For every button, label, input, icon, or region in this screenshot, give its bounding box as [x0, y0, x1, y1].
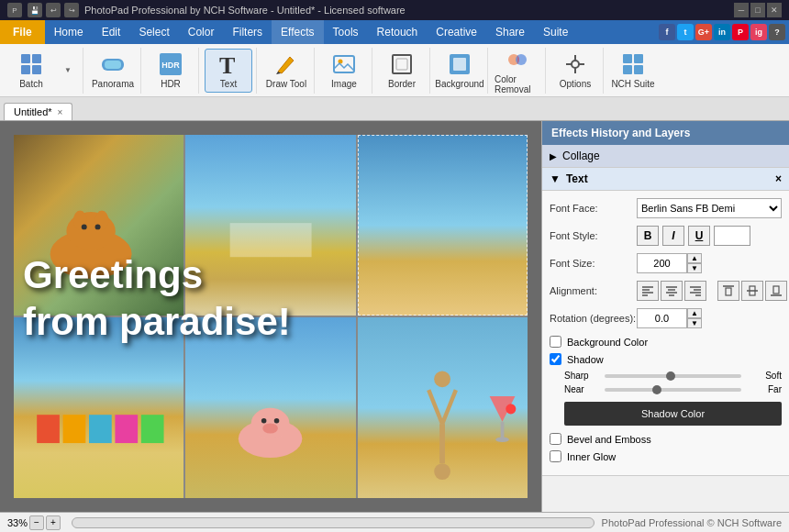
- facebook-icon[interactable]: f: [659, 24, 675, 40]
- effects-menu[interactable]: Effects: [272, 20, 323, 44]
- inner-glow-checkbox[interactable]: [550, 450, 561, 462]
- canvas-area[interactable]: Greetings from paradise!: [0, 121, 541, 512]
- svg-rect-1: [32, 54, 41, 63]
- zoom-in-button[interactable]: +: [46, 515, 61, 530]
- collage-arrow-icon: ▶: [550, 151, 557, 161]
- shadow-color-button[interactable]: Shadow Color: [564, 402, 782, 426]
- options-button[interactable]: Options: [551, 49, 599, 93]
- bevel-row: Bevel and Emboss: [550, 433, 782, 445]
- underline-button[interactable]: U: [688, 226, 710, 246]
- svg-rect-11: [393, 55, 411, 73]
- batch-dropdown[interactable]: ▼: [57, 66, 79, 74]
- redo-icon[interactable]: ↪: [64, 3, 79, 17]
- text-button[interactable]: T Text: [205, 49, 252, 93]
- align-right-button[interactable]: [684, 281, 706, 301]
- font-style-label: Font Style:: [550, 230, 637, 241]
- draw-tool-button[interactable]: Draw Tool: [262, 49, 310, 93]
- shadow-checkbox[interactable]: [550, 353, 561, 365]
- font-size-up[interactable]: ▲: [687, 253, 702, 263]
- panorama-button[interactable]: Panorama: [89, 49, 137, 93]
- sharp-slider-thumb[interactable]: [666, 371, 675, 381]
- nch-suite-button[interactable]: NCH Suite: [609, 49, 657, 93]
- align-left-button[interactable]: [637, 281, 659, 301]
- font-style-row: Font Style: B I U: [550, 226, 782, 246]
- background-label: Background: [435, 79, 483, 89]
- zoom-level: 33%: [7, 517, 28, 528]
- home-menu[interactable]: Home: [45, 20, 93, 44]
- text-icon: T: [216, 51, 241, 77]
- tools-menu[interactable]: Tools: [324, 20, 368, 44]
- color-menu[interactable]: Color: [179, 20, 224, 44]
- image-button[interactable]: Image: [320, 49, 368, 93]
- italic-button[interactable]: I: [662, 226, 684, 246]
- font-size-input[interactable]: 200 ▲ ▼: [637, 253, 702, 273]
- soft-label: Soft: [745, 371, 782, 381]
- rotation-input[interactable]: 0.0 ▲ ▼: [637, 308, 702, 328]
- batch-button[interactable]: Batch: [7, 49, 55, 93]
- edit-menu[interactable]: Edit: [93, 20, 130, 44]
- more-icon[interactable]: ?: [769, 24, 785, 40]
- font-face-select[interactable]: Berlin Sans FB Demi: [637, 198, 782, 218]
- hdr-button[interactable]: HDR HDR: [147, 49, 194, 93]
- bg-color-checkbox[interactable]: [550, 336, 561, 348]
- bold-button[interactable]: B: [637, 226, 659, 246]
- color-removal-button[interactable]: Color Removal: [494, 49, 541, 93]
- near-slider-thumb[interactable]: [652, 385, 661, 394]
- twitter-icon[interactable]: t: [677, 24, 694, 40]
- tab-close-button[interactable]: ×: [58, 107, 63, 117]
- font-size-field[interactable]: 200: [637, 253, 687, 273]
- svg-rect-12: [396, 59, 407, 70]
- align-center-button[interactable]: [661, 281, 683, 301]
- select-menu[interactable]: Select: [129, 20, 178, 44]
- suite-menu[interactable]: Suite: [534, 20, 577, 44]
- font-face-control[interactable]: Berlin Sans FB Demi: [637, 198, 782, 218]
- maximize-button[interactable]: □: [750, 3, 765, 17]
- rotation-label: Rotation (degrees):: [550, 313, 637, 324]
- svg-point-16: [516, 54, 527, 65]
- collage-header[interactable]: ▶ Collage: [542, 145, 789, 167]
- instagram-icon[interactable]: ig: [750, 24, 767, 40]
- nch-suite-icon: [620, 51, 646, 77]
- valign-bottom-button[interactable]: [765, 281, 787, 301]
- share-menu[interactable]: Share: [486, 20, 534, 44]
- tab-label: Untitled*: [14, 106, 52, 117]
- close-button[interactable]: ✕: [767, 3, 782, 17]
- svg-rect-18: [623, 54, 632, 63]
- rotation-up[interactable]: ▲: [687, 308, 702, 318]
- rotation-down[interactable]: ▼: [687, 318, 702, 328]
- minimize-button[interactable]: ─: [734, 3, 749, 17]
- pinterest-icon[interactable]: P: [732, 24, 749, 40]
- svg-rect-33: [140, 415, 163, 443]
- svg-rect-29: [37, 415, 60, 443]
- font-color-swatch[interactable]: [714, 226, 750, 246]
- retouch-menu[interactable]: Retouch: [368, 20, 428, 44]
- panorama-icon: [100, 51, 126, 77]
- google-icon[interactable]: G+: [695, 24, 712, 40]
- save-icon[interactable]: 💾: [28, 3, 42, 17]
- scroll-track[interactable]: [72, 517, 595, 528]
- border-button[interactable]: Border: [378, 49, 426, 93]
- file-menu[interactable]: File: [0, 20, 45, 44]
- bevel-checkbox[interactable]: [550, 433, 561, 445]
- shadow-label: Shadow: [567, 354, 604, 365]
- alignment-buttons: [637, 281, 787, 301]
- text-section-close-icon[interactable]: ×: [775, 172, 782, 185]
- valign-top-button[interactable]: [717, 281, 739, 301]
- valign-middle-button[interactable]: [741, 281, 763, 301]
- rotation-spinner: ▲ ▼: [687, 308, 702, 328]
- undo-icon[interactable]: ↩: [46, 3, 61, 17]
- collage-section: ▶ Collage: [542, 145, 789, 168]
- background-button[interactable]: Background: [436, 49, 483, 93]
- font-size-down[interactable]: ▼: [687, 263, 702, 273]
- menu-bar: File Home Edit Select Color Filters Effe…: [0, 20, 789, 44]
- tab-untitled[interactable]: Untitled* ×: [4, 103, 72, 120]
- text-section-header[interactable]: ▼ Text ×: [542, 168, 789, 191]
- border-icon: [389, 51, 415, 77]
- linkedin-icon[interactable]: in: [714, 24, 730, 40]
- inner-glow-label: Inner Glow: [567, 451, 616, 462]
- rotation-field[interactable]: 0.0: [637, 308, 687, 328]
- filters-menu[interactable]: Filters: [223, 20, 272, 44]
- zoom-out-button[interactable]: −: [29, 515, 44, 530]
- border-label: Border: [388, 79, 416, 89]
- creative-menu[interactable]: Creative: [427, 20, 486, 44]
